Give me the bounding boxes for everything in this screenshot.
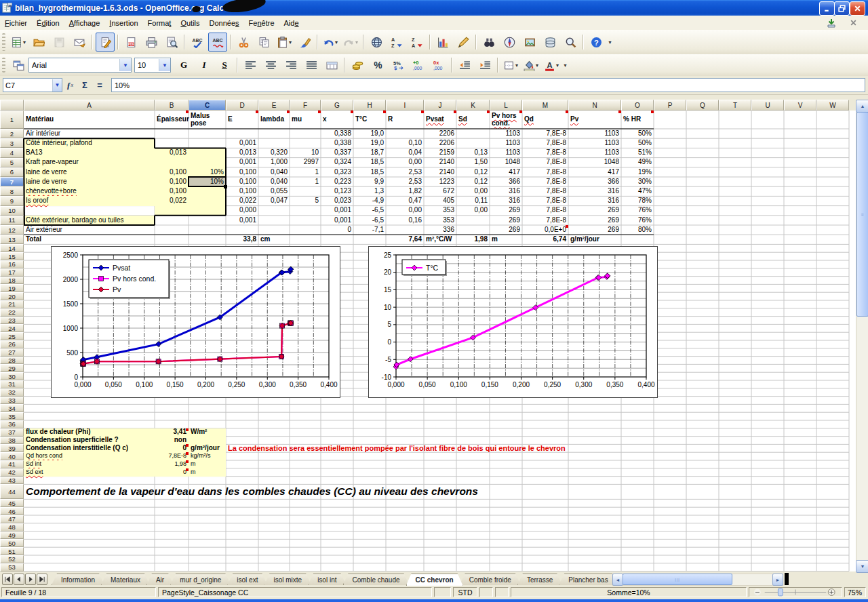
row-header-2[interactable]: 2 [0, 129, 24, 138]
font-name-combo[interactable]: Arial▼ [28, 58, 132, 73]
cell-M11[interactable]: 7,8E-8 [522, 216, 568, 225]
column-header-Q[interactable]: Q [686, 100, 719, 111]
column-header-T[interactable]: T [719, 100, 751, 111]
row-header-25[interactable]: 25 [0, 332, 24, 340]
cell-N4[interactable]: 1103 [568, 148, 621, 157]
cell-D5[interactable]: 0,001 [226, 158, 258, 167]
name-box-dropdown[interactable]: ▼ [52, 79, 62, 92]
cell-M13[interactable]: 6,74 [522, 235, 568, 244]
cell-L5[interactable]: 1048 [490, 158, 522, 167]
cell-E6[interactable]: 0,040 [258, 167, 290, 177]
cell-H9[interactable]: -4,9 [353, 196, 386, 205]
dropdown-arrow-icon[interactable]: ▾ [289, 39, 292, 45]
cell-A13[interactable]: Total [24, 235, 155, 244]
sheet-next-icon[interactable] [25, 574, 36, 585]
increase-indent-icon[interactable] [475, 56, 494, 75]
scroll-up-icon[interactable]: ▲ [856, 100, 868, 113]
sum-display[interactable]: Somme=10% [511, 587, 747, 597]
cell-J12[interactable]: 336 [424, 225, 456, 235]
row-header-5[interactable]: 5 [0, 158, 24, 167]
cell-J5[interactable]: 2140 [424, 158, 456, 167]
align-left-icon[interactable] [241, 56, 260, 75]
cell-M12[interactable]: 0,0E+0 [522, 225, 568, 235]
row-header-17[interactable]: 17 [0, 268, 24, 277]
borders-icon[interactable]: ▾ [501, 56, 520, 75]
cell-B40[interactable]: 7,8E-8 [155, 452, 189, 460]
cell-N9[interactable]: 316 [568, 196, 621, 205]
menu-données[interactable]: Données [205, 18, 244, 28]
row-header-3[interactable]: 3 [0, 138, 24, 148]
name-box[interactable]: ▼ [3, 78, 62, 92]
menu-fichier[interactable]: Fichier [0, 18, 32, 28]
row-header-28[interactable]: 28 [0, 357, 24, 365]
dropdown-arrow-icon[interactable]: ▾ [515, 62, 518, 68]
cell-N8[interactable]: 316 [568, 186, 621, 196]
cell-G4[interactable]: 0,337 [321, 148, 353, 157]
row-header-9[interactable]: 9 [0, 196, 24, 205]
cell-M9[interactable]: 7,8E-8 [522, 196, 568, 205]
row-header-19[interactable]: 19 [0, 284, 24, 292]
cell-F7[interactable]: 1 [290, 177, 321, 186]
cell-I13[interactable]: 7,64 [386, 235, 424, 244]
cell-D39[interactable]: La condensation sera essentiellement pom… [226, 444, 258, 452]
sheet-last-icon[interactable] [37, 574, 47, 585]
cell-E5[interactable]: 1,000 [258, 158, 290, 167]
cell-G8[interactable]: 0,123 [321, 186, 353, 196]
help-icon[interactable]: ? [587, 33, 606, 52]
cell-H5[interactable]: 18,5 [353, 158, 386, 167]
sheet-tab-materiaux[interactable]: Materiaux [101, 574, 150, 585]
insert-mode[interactable]: STD [453, 587, 477, 597]
cell-O9[interactable]: 78% [621, 196, 654, 205]
row-header-10[interactable]: 10 [0, 206, 24, 216]
sheet-tab-isol-ext[interactable]: isol ext [227, 574, 267, 585]
cell-O8[interactable]: 47% [621, 186, 654, 196]
cell-C1[interactable]: Malus pose [189, 111, 226, 129]
sort-ascending-icon[interactable]: AZ [387, 33, 406, 52]
cell-A39[interactable]: Condensation interstitielle (Q c) [24, 444, 155, 452]
cell-B38[interactable]: non [155, 437, 189, 445]
cell-J8[interactable]: 672 [424, 186, 456, 196]
new-spreadsheet-icon[interactable]: ▾ [9, 33, 28, 52]
cell-O1[interactable]: % HR [621, 111, 654, 129]
font-name-dropdown[interactable]: ▼ [119, 59, 131, 71]
row-header-6[interactable]: 6 [0, 167, 24, 177]
cell-B10[interactable] [155, 206, 189, 216]
cell-L12[interactable]: 269 [490, 225, 522, 235]
cell-G9[interactable]: 0,023 [321, 196, 353, 205]
selection-handle[interactable] [224, 185, 227, 188]
print-icon[interactable] [142, 33, 161, 52]
cell-F6[interactable]: 1 [290, 167, 321, 177]
column-header-D[interactable]: D [226, 100, 258, 111]
cell-J3[interactable]: 2206 [424, 138, 456, 148]
cell-G2[interactable]: 0,338 [321, 129, 353, 138]
cell-A3[interactable]: Côté intérieur, plafond [24, 138, 155, 148]
cell-C10[interactable] [189, 206, 226, 216]
cell-O3[interactable]: 50% [621, 138, 654, 148]
copy-icon[interactable] [254, 33, 273, 52]
row-header-52[interactable]: 52 [0, 555, 24, 563]
cell-reference-input[interactable] [3, 80, 52, 90]
cell-L6[interactable]: 417 [490, 167, 522, 177]
sheet-tab-terrasse[interactable]: Terrasse [517, 574, 562, 585]
font-size-combo[interactable]: 10▼ [134, 58, 171, 73]
format-paintbrush-icon[interactable] [295, 33, 314, 52]
cell-I11[interactable]: 0,16 [386, 216, 424, 225]
cell-F4[interactable]: 10 [290, 148, 321, 157]
cell-N11[interactable]: 269 [568, 216, 621, 225]
cell-N10[interactable]: 269 [568, 206, 621, 216]
cell-M8[interactable]: 7,8E-8 [522, 186, 568, 196]
cell-C42[interactable]: m [189, 468, 226, 477]
toolbar-grip[interactable] [2, 58, 5, 73]
menu-format[interactable]: Format [143, 18, 176, 28]
cell-E4[interactable]: 0,320 [258, 148, 290, 157]
cell-I8[interactable]: 1,82 [386, 186, 424, 196]
toolbar-grip[interactable] [2, 33, 5, 50]
row-header-33[interactable]: 33 [0, 397, 24, 405]
row-header-12[interactable]: 12 [0, 225, 24, 235]
cell-L8[interactable]: 316 [490, 186, 522, 196]
sum-icon[interactable]: Σ [77, 78, 92, 93]
gallery-icon[interactable] [520, 33, 539, 52]
cell-D7[interactable]: 0,100 [226, 177, 258, 186]
cell-J7[interactable]: 1223 [424, 177, 456, 186]
cell-D9[interactable]: 0,022 [226, 196, 258, 205]
